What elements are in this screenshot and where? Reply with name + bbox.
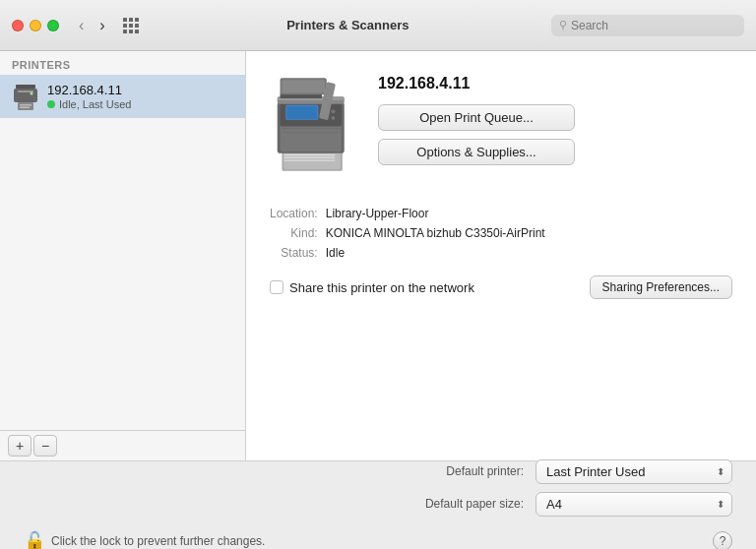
- sidebar-actions: + −: [0, 430, 245, 460]
- forward-button[interactable]: ›: [95, 16, 108, 35]
- main-content: Printers 192.168.4.11 Idle, Last: [0, 51, 756, 460]
- svg-point-17: [331, 116, 335, 120]
- help-button[interactable]: ?: [713, 531, 732, 550]
- location-label: Location:: [270, 207, 318, 220]
- default-paper-select[interactable]: A4 Letter Legal A3: [536, 492, 732, 517]
- svg-rect-24: [284, 153, 335, 154]
- close-button[interactable]: [12, 20, 24, 31]
- printer-large-icon: [273, 74, 356, 177]
- window-title: Printers & Scanners: [153, 18, 543, 32]
- fullscreen-button[interactable]: [47, 20, 59, 31]
- kind-value: KONICA MINOLTA bizhub C3350i-AirPrint: [326, 226, 732, 240]
- printer-small-icon: [12, 83, 39, 110]
- printer-status-row: Idle, Last Used: [47, 98, 131, 110]
- detail-printer-name: 192.168.4.11: [378, 75, 575, 92]
- svg-point-6: [31, 92, 33, 95]
- bottom-bar: Default printer: Last Printer Used 192.1…: [0, 460, 756, 549]
- default-printer-row: Default printer: Last Printer Used 192.1…: [24, 459, 732, 484]
- sharing-row: Share this printer on the network Sharin…: [270, 275, 732, 299]
- printer-image-area: [270, 71, 358, 179]
- default-paper-select-wrapper: A4 Letter Legal A3 ⬍: [536, 492, 732, 517]
- svg-rect-13: [286, 105, 317, 118]
- minimize-button[interactable]: [30, 20, 41, 31]
- remove-printer-button[interactable]: −: [33, 435, 57, 457]
- status-dot: [47, 100, 55, 108]
- status-value: Idle: [326, 246, 732, 260]
- status-label: Status:: [270, 246, 318, 260]
- svg-rect-10: [280, 125, 341, 151]
- svg-rect-4: [20, 104, 32, 106]
- printer-item-name: 192.168.4.11: [47, 83, 131, 97]
- sharing-preferences-button[interactable]: Sharing Preferences...: [590, 275, 732, 299]
- printer-info-table: Location: Library-Upper-Floor Kind: KONI…: [270, 207, 732, 260]
- sidebar: Printers 192.168.4.11 Idle, Last: [0, 51, 246, 460]
- default-printer-label: Default printer:: [446, 464, 524, 478]
- svg-point-15: [331, 109, 335, 113]
- sidebar-header: Printers: [0, 51, 245, 75]
- kind-label: Kind:: [270, 226, 318, 240]
- default-printer-select[interactable]: Last Printer Used 192.168.4.11: [536, 459, 732, 484]
- default-paper-row: Default paper size: A4 Letter Legal A3 ⬍: [24, 492, 732, 517]
- search-input[interactable]: [571, 19, 736, 32]
- grid-icon[interactable]: [123, 18, 139, 33]
- share-checkbox-area: Share this printer on the network: [270, 280, 474, 295]
- svg-rect-3: [18, 102, 33, 110]
- search-icon: ⚲: [559, 19, 567, 31]
- location-value: Library-Upper-Floor: [326, 207, 732, 220]
- add-printer-button[interactable]: +: [8, 435, 32, 457]
- default-printer-select-wrapper: Last Printer Used 192.168.4.11 ⬍: [536, 459, 732, 484]
- open-print-queue-button[interactable]: Open Print Queue...: [378, 104, 575, 131]
- lock-text: Click the lock to prevent further change…: [51, 534, 265, 548]
- printer-status-text: Idle, Last Used: [59, 98, 131, 110]
- back-button[interactable]: ‹: [75, 16, 88, 35]
- titlebar: ‹ › Printers & Scanners ⚲: [0, 0, 756, 51]
- default-paper-label: Default paper size:: [425, 497, 524, 511]
- printer-info: 192.168.4.11 Idle, Last Used: [47, 83, 131, 110]
- svg-rect-26: [284, 159, 335, 160]
- printer-detail-top: 192.168.4.11 Open Print Queue... Options…: [270, 71, 732, 179]
- printer-list-item[interactable]: 192.168.4.11 Idle, Last Used: [0, 75, 245, 118]
- printer-icon-svg: [12, 83, 39, 110]
- detail-right: 192.168.4.11 Open Print Queue... Options…: [378, 71, 575, 165]
- svg-rect-22: [282, 80, 324, 92]
- detail-panel: 192.168.4.11 Open Print Queue... Options…: [246, 51, 756, 460]
- lock-icon[interactable]: 🔓: [24, 530, 45, 550]
- share-label: Share this printer on the network: [289, 280, 474, 295]
- svg-rect-0: [16, 85, 35, 89]
- svg-rect-5: [20, 107, 30, 109]
- options-supplies-button[interactable]: Options & Supplies...: [378, 139, 575, 165]
- lock-row: 🔓 Click the lock to prevent further chan…: [24, 524, 732, 550]
- traffic-lights: [12, 20, 59, 31]
- svg-rect-25: [284, 156, 335, 157]
- search-bar[interactable]: ⚲: [551, 15, 744, 36]
- share-checkbox[interactable]: [270, 280, 284, 294]
